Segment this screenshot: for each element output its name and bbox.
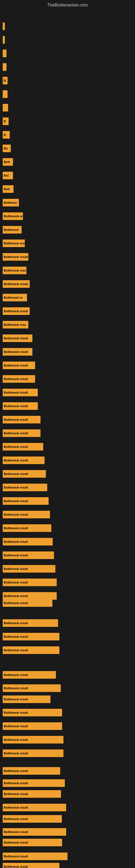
bar-label: Bottleneck result [4,472,28,475]
bar-item: Bottleneck result [3,709,62,716]
bar-item: B [3,77,8,84]
bar-label: Bottleneck result [4,337,28,340]
bar-item: Bottleneck result [3,828,66,836]
bar-label: Bottleneck result [4,649,28,652]
bar-item: Bottleneck result [3,280,30,288]
bar-item: Bottleneck result [3,852,68,860]
bar-item: Bottleneck result [3,767,60,775]
bar-item: Bottleneck result [3,524,51,532]
bar-label: Bottleneck result [4,865,28,868]
bar-item: Bott [3,185,13,193]
bar-item: Bottleneck result [3,619,58,627]
bar-item: Bottleneck result [3,429,41,437]
bar-item: Bottleneck result [3,470,46,478]
bar-item: Bottleneck result [3,815,62,823]
bar-item: Bottleneck result [3,722,62,730]
bar-label: Bottleneck result [4,621,28,625]
bar-item: Bottleneck result [3,671,56,679]
bar-label: Bottleneck result [4,855,28,858]
bar-label: Bottleneck result [4,806,28,809]
bar-label: Bottleneck result [4,432,28,435]
bar-label: Bottleneck result [4,350,28,353]
bar-item: Bottleneck re [3,212,23,220]
bar-item: Bot [3,172,13,179]
bar-item [3,50,6,57]
bar-item: B [3,118,9,125]
bar-item: Bottleneck result [3,804,66,811]
site-title: TheBottlenecker.com [0,0,135,9]
bar-item: Bottleneck result [3,307,30,315]
bar-label: Bottleneck result [4,738,28,741]
bar-label: Bottleneck result [4,601,28,604]
bar-label: Bottleneck result [4,686,28,690]
bar-item: Bottleneck result [3,511,50,518]
bar-label: Bottleneck result [4,698,28,701]
bar-label: Bottleneck result [4,724,28,728]
chart-area: BBBBoBottBotBottBottlenecBottleneck reBo… [0,9,135,868]
bar-label: Bottleneck result [4,673,28,677]
bar-item: Bottlenec [3,199,19,207]
bar-label: Bottleneck result [4,711,28,714]
bar-item: Bottleneck result [3,538,53,546]
bar-item: Bo [3,145,11,152]
bar-item: Bott [3,158,13,166]
bar-label: Bottleneck result [4,594,28,597]
bar-item: Bottleneck result [3,599,52,607]
bar-item: Bottleneck resu [3,240,25,247]
bar-label: Bottleneck result [4,830,28,834]
bar-label: Bottleneck result [4,752,28,755]
bar-item: Bottleneck result [3,790,61,798]
bar-label: Bottleneck re [4,296,23,299]
bar-label: Bottleneck result [4,567,28,570]
bar-label: Bottleneck result [4,499,28,503]
bar-item: Bottleneck resu [3,321,28,329]
bar-label: B [4,79,6,82]
bar-label: Bottleneck result [4,527,28,530]
bar-label: Bot [4,174,9,177]
bar-label: Bottleneck result [4,769,28,773]
bar-item: Bottleneck result [3,348,32,355]
bar-item: Bottleneck result [3,839,62,846]
bar-item: Bottleneck result [3,749,63,757]
bar-item: Bottleneck result [3,579,57,586]
bar-item: Bottleneck result [3,443,43,451]
bar-label: Bottleneck result [4,255,28,258]
bar-label: Bottleneck re [4,215,23,218]
bar-label: Bottleneck result [4,540,28,543]
bar-label: Bott [4,187,10,191]
bar-label: Bottleneck result [4,282,28,286]
bar-label: Bottleneck result [4,377,28,380]
bar-item: Bottleneck result [3,736,63,744]
bar-item: Bottleneck re [3,294,27,301]
bar-label: Bottleneck result [4,391,28,394]
bar-item: Bottleneck result [3,402,38,410]
bar-label: Bottleneck result [4,486,28,489]
bar-label: Bottleneck result [4,635,28,638]
bar-item: Bottleneck result [3,457,45,464]
bar-label: Bottleneck result [4,792,28,796]
bar-label: B [4,133,6,136]
bar-item: B [3,131,10,138]
bar-label: Bott [4,160,10,163]
bar-label: Bottleneck result [4,781,28,785]
bar-item: Bottleneck result [3,646,59,654]
bar-item: Bottleneck result [3,389,38,396]
bar-item: Bottleneck result [3,416,41,424]
bar-item: Bottleneck result [3,565,55,572]
bar-label: Bottleneck result [4,418,28,421]
bar-label: Bottleneck [4,228,19,231]
bar-item: Bottleneck result [3,484,47,491]
bar-item [3,23,5,30]
bar-label: Bottleneck result [4,554,28,557]
bar-item: Bottleneck result [3,592,57,600]
bar-item [3,90,8,98]
bar-item: Bottleneck result [3,633,59,641]
bar-label: Bottleneck resu [4,269,26,272]
bar-label: Bottleneck result [4,817,28,820]
bar-item: Bottleneck [3,226,21,234]
bar-label: Bottlenec [4,201,17,204]
bar-item: Bottleneck result [3,552,54,559]
bar-item: Bottleneck result [3,335,32,342]
bar-label: Bottleneck resu [4,323,26,326]
bar-item: Bottleneck result [3,684,61,692]
